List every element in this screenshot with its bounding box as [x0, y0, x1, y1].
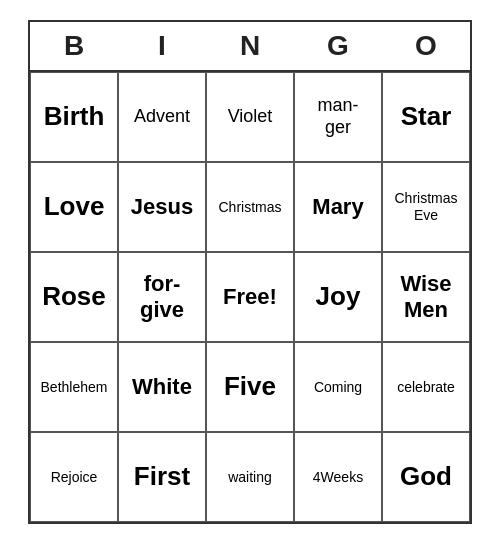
- bingo-grid: BirthAdventVioletman- gerStarLoveJesusCh…: [30, 70, 470, 522]
- bingo-cell[interactable]: Rose: [30, 252, 118, 342]
- bingo-cell[interactable]: Five: [206, 342, 294, 432]
- cell-text: Coming: [314, 379, 362, 396]
- bingo-cell[interactable]: God: [382, 432, 470, 522]
- bingo-cell[interactable]: Star: [382, 72, 470, 162]
- bingo-cell[interactable]: man- ger: [294, 72, 382, 162]
- bingo-cell[interactable]: Jesus: [118, 162, 206, 252]
- cell-text: First: [134, 461, 190, 492]
- bingo-cell[interactable]: Bethlehem: [30, 342, 118, 432]
- cell-text: Star: [401, 101, 452, 132]
- bingo-cell[interactable]: Violet: [206, 72, 294, 162]
- cell-text: Rose: [42, 281, 106, 312]
- cell-text: waiting: [228, 469, 272, 486]
- cell-text: Love: [44, 191, 105, 222]
- cell-text: Birth: [44, 101, 105, 132]
- header-letter: O: [382, 22, 470, 70]
- header-letter: G: [294, 22, 382, 70]
- bingo-cell[interactable]: Birth: [30, 72, 118, 162]
- cell-text: Five: [224, 371, 276, 402]
- cell-text: Jesus: [131, 194, 193, 220]
- cell-text: Christmas: [218, 199, 281, 216]
- bingo-cell[interactable]: Rejoice: [30, 432, 118, 522]
- cell-text: 4Weeks: [313, 469, 363, 486]
- bingo-cell[interactable]: Wise Men: [382, 252, 470, 342]
- bingo-card: BINGO BirthAdventVioletman- gerStarLoveJ…: [28, 20, 472, 524]
- cell-text: Christmas Eve: [394, 190, 457, 224]
- bingo-cell[interactable]: Joy: [294, 252, 382, 342]
- header-letter: I: [118, 22, 206, 70]
- cell-text: celebrate: [397, 379, 455, 396]
- cell-text: Violet: [228, 106, 273, 128]
- cell-text: man- ger: [317, 95, 358, 138]
- cell-text: for- give: [140, 271, 184, 324]
- bingo-cell[interactable]: Free!: [206, 252, 294, 342]
- bingo-cell[interactable]: Christmas: [206, 162, 294, 252]
- bingo-cell[interactable]: Love: [30, 162, 118, 252]
- bingo-cell[interactable]: First: [118, 432, 206, 522]
- cell-text: Wise Men: [400, 271, 451, 324]
- header-letter: B: [30, 22, 118, 70]
- cell-text: God: [400, 461, 452, 492]
- header-letter: N: [206, 22, 294, 70]
- bingo-cell[interactable]: White: [118, 342, 206, 432]
- cell-text: Free!: [223, 284, 277, 310]
- bingo-cell[interactable]: celebrate: [382, 342, 470, 432]
- bingo-header: BINGO: [30, 22, 470, 70]
- bingo-cell[interactable]: waiting: [206, 432, 294, 522]
- bingo-cell[interactable]: Advent: [118, 72, 206, 162]
- cell-text: Bethlehem: [41, 379, 108, 396]
- bingo-cell[interactable]: for- give: [118, 252, 206, 342]
- cell-text: Rejoice: [51, 469, 98, 486]
- bingo-cell[interactable]: Christmas Eve: [382, 162, 470, 252]
- cell-text: Advent: [134, 106, 190, 128]
- bingo-cell[interactable]: Mary: [294, 162, 382, 252]
- cell-text: White: [132, 374, 192, 400]
- bingo-cell[interactable]: 4Weeks: [294, 432, 382, 522]
- cell-text: Mary: [312, 194, 363, 220]
- bingo-cell[interactable]: Coming: [294, 342, 382, 432]
- cell-text: Joy: [316, 281, 361, 312]
